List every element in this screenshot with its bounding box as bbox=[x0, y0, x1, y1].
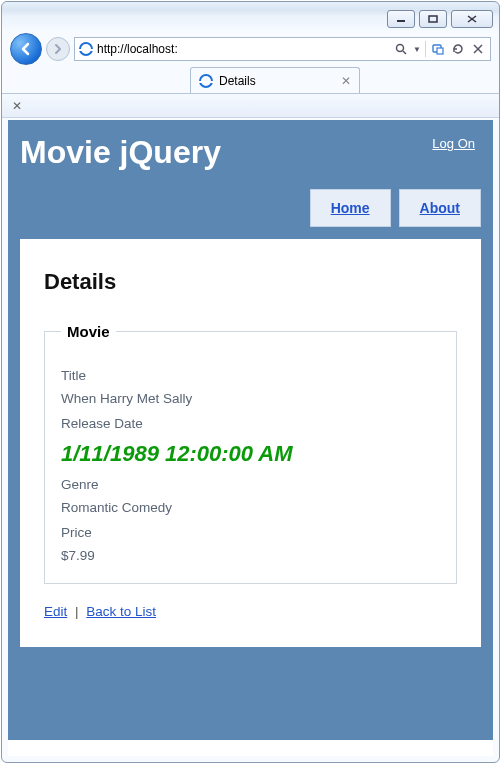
value-price: $7.99 bbox=[61, 548, 440, 563]
label-release: Release Date bbox=[61, 416, 440, 431]
refresh-icon[interactable] bbox=[450, 41, 466, 57]
fieldset-legend: Movie bbox=[61, 323, 116, 340]
edit-link[interactable]: Edit bbox=[44, 604, 67, 619]
logon-link[interactable]: Log On bbox=[426, 134, 481, 153]
toolbar-close-icon[interactable]: ✕ bbox=[12, 99, 22, 113]
value-genre: Romantic Comedy bbox=[61, 500, 440, 515]
search-dropdown-icon[interactable]: ▼ bbox=[413, 45, 421, 54]
tab-details[interactable]: Details ✕ bbox=[190, 67, 360, 93]
url-input[interactable] bbox=[97, 42, 389, 56]
back-button[interactable] bbox=[10, 33, 42, 65]
minimize-button[interactable] bbox=[387, 10, 415, 28]
label-price: Price bbox=[61, 525, 440, 540]
label-title: Title bbox=[61, 368, 440, 383]
minimize-icon bbox=[396, 15, 406, 23]
separator bbox=[425, 41, 426, 57]
ie-icon bbox=[199, 74, 213, 88]
site-title: Movie jQuery bbox=[20, 134, 221, 171]
secondary-toolbar: ✕ bbox=[2, 94, 499, 118]
svg-point-4 bbox=[397, 45, 404, 52]
back-to-list-link[interactable]: Back to List bbox=[86, 604, 156, 619]
movie-fieldset: Movie Title When Harry Met Sally Release… bbox=[44, 323, 457, 584]
page-body: Movie jQuery Log On Home About Details M… bbox=[8, 120, 493, 740]
svg-rect-7 bbox=[437, 48, 443, 54]
nav-bar: ▼ bbox=[2, 32, 499, 66]
content-card: Details Movie Title When Harry Met Sally… bbox=[20, 239, 481, 647]
link-separator: | bbox=[71, 604, 83, 619]
tab-about[interactable]: About bbox=[399, 189, 481, 227]
value-release: 1/11/1989 12:00:00 AM bbox=[61, 441, 440, 467]
forward-arrow-icon bbox=[52, 43, 64, 55]
address-bar: ▼ bbox=[74, 37, 491, 61]
tab-spacer bbox=[10, 69, 190, 93]
label-genre: Genre bbox=[61, 477, 440, 492]
action-links: Edit | Back to List bbox=[44, 604, 457, 619]
page-heading: Details bbox=[44, 269, 457, 295]
browser-window: ▼ Details ✕ ✕ Movie jQuery Log bbox=[1, 1, 500, 763]
tab-label: Details bbox=[219, 74, 256, 88]
back-arrow-icon bbox=[18, 41, 34, 57]
tab-home[interactable]: Home bbox=[310, 189, 391, 227]
menu-bar: Home About bbox=[20, 189, 481, 227]
window-close-button[interactable] bbox=[451, 10, 493, 28]
tab-strip: Details ✕ bbox=[2, 66, 499, 94]
maximize-button[interactable] bbox=[419, 10, 447, 28]
maximize-icon bbox=[428, 15, 438, 23]
tab-close-icon[interactable]: ✕ bbox=[341, 74, 351, 88]
search-icon[interactable] bbox=[393, 41, 409, 57]
window-titlebar bbox=[2, 2, 499, 32]
svg-line-5 bbox=[403, 51, 406, 54]
close-icon bbox=[467, 15, 477, 23]
stop-icon[interactable] bbox=[470, 41, 486, 57]
header-bar: Movie jQuery Log On bbox=[20, 134, 481, 171]
svg-rect-1 bbox=[429, 16, 437, 22]
compat-icon[interactable] bbox=[430, 41, 446, 57]
ie-icon bbox=[79, 42, 93, 56]
value-title: When Harry Met Sally bbox=[61, 391, 440, 406]
viewport[interactable]: Movie jQuery Log On Home About Details M… bbox=[8, 120, 493, 756]
forward-button[interactable] bbox=[46, 37, 70, 61]
